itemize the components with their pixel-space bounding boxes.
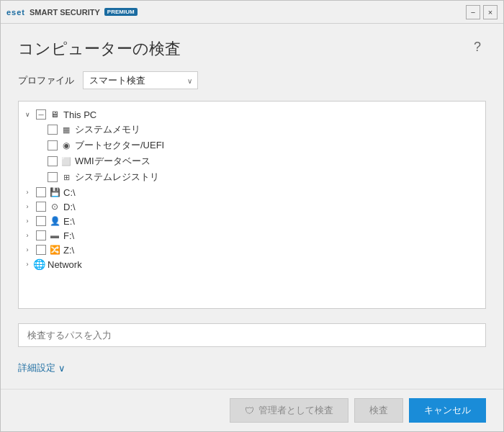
checkbox-drive-f[interactable] — [36, 230, 46, 240]
icon-drive-c: 💾 — [49, 186, 60, 198]
checkbox-system-registry[interactable] — [48, 172, 58, 182]
advanced-settings-label: 詳細設定 — [18, 361, 55, 374]
tree-item-system-registry[interactable]: ⊞ システムレジストリ — [22, 169, 482, 185]
path-input-row — [18, 323, 486, 347]
tree-item-drive-f[interactable]: › ▬ F:\ — [22, 228, 482, 243]
icon-drive-d: ⊙ — [49, 201, 60, 212]
label-drive-e: E:\ — [63, 216, 75, 227]
eset-logo: eset — [6, 8, 25, 17]
page-title: コンピューターの検査 — [18, 38, 181, 60]
scan-label: 検査 — [369, 404, 388, 417]
checkbox-drive-e[interactable] — [36, 216, 46, 226]
profile-row: プロファイル スマート検査 — [18, 71, 486, 89]
label-drive-d: D:\ — [63, 202, 76, 212]
icon-system-memory: ▦ — [60, 124, 72, 135]
admin-scan-label: 管理者として検査 — [258, 404, 333, 417]
label-wmi-db: WMIデータベース — [75, 155, 150, 168]
path-input[interactable] — [18, 323, 486, 347]
tree-item-drive-d[interactable]: › ⊙ D:\ — [22, 199, 482, 214]
cancel-label: キャンセル — [424, 404, 471, 417]
profile-select[interactable]: スマート検査 — [83, 71, 198, 89]
checkbox-drive-d[interactable] — [36, 202, 46, 212]
label-system-registry: システムレジストリ — [75, 171, 159, 184]
tree-item-boot-sector[interactable]: ◉ ブートセクター/UEFI — [22, 138, 482, 153]
expander-drive-c[interactable]: › — [22, 186, 33, 198]
content-area: コンピューターの検査 ? プロファイル スマート検査 ∨ 🖥 This PC — [1, 24, 503, 389]
label-system-memory: システムメモリ — [75, 123, 140, 136]
expander-drive-d[interactable]: › — [22, 201, 33, 212]
icon-this-pc: 🖥 — [49, 109, 60, 120]
label-this-pc: This PC — [63, 109, 96, 120]
label-boot-sector: ブートセクター/UEFI — [75, 139, 164, 152]
shield-icon: 🛡 — [245, 405, 254, 416]
expander-drive-e[interactable]: › — [22, 215, 33, 227]
icon-drive-e: 👤 — [49, 215, 60, 227]
cancel-button[interactable]: キャンセル — [409, 398, 486, 423]
tree-item-drive-z[interactable]: › 🔀 Z:\ — [22, 243, 482, 257]
tree-item-wmi-db[interactable]: ⬜ WMIデータベース — [22, 153, 482, 169]
edition-badge: PREMIUM — [104, 8, 138, 16]
tree-item-drive-e[interactable]: › 👤 E:\ — [22, 214, 482, 228]
footer-buttons: 🛡 管理者として検査 検査 キャンセル — [1, 389, 503, 431]
icon-network: 🌐 — [33, 258, 45, 270]
tree-item-drive-c[interactable]: › 💾 C:\ — [22, 185, 482, 199]
expander-this-pc[interactable]: ∨ — [22, 109, 33, 120]
label-drive-f: F:\ — [63, 230, 74, 241]
tree-item-this-pc[interactable]: ∨ 🖥 This PC — [22, 107, 482, 122]
icon-wmi-db: ⬜ — [60, 156, 72, 167]
eset-brand: eset — [6, 8, 25, 17]
checkbox-drive-z[interactable] — [36, 245, 46, 255]
profile-select-wrapper[interactable]: スマート検査 — [83, 71, 198, 89]
advanced-chevron-icon: ∨ — [58, 363, 66, 374]
product-name: SMART SECURITY — [30, 8, 100, 17]
title-bar: eset SMART SECURITY PREMIUM − × — [1, 1, 503, 24]
icon-boot-sector: ◉ — [60, 140, 72, 151]
checkbox-drive-c[interactable] — [36, 187, 46, 197]
page-header: コンピューターの検査 ? — [18, 38, 486, 60]
help-button[interactable]: ? — [469, 38, 486, 55]
icon-system-registry: ⊞ — [60, 171, 72, 183]
advanced-settings-link[interactable]: 詳細設定 ∨ — [18, 361, 486, 374]
label-network: Network — [48, 259, 82, 270]
file-tree[interactable]: ∨ 🖥 This PC ▦ システムメモリ ◉ ブートセクター/UEFI — [18, 101, 486, 309]
minimize-button[interactable]: − — [466, 5, 480, 19]
checkbox-boot-sector[interactable] — [48, 140, 58, 150]
icon-drive-z: 🔀 — [49, 244, 60, 256]
title-logo: eset SMART SECURITY PREMIUM — [6, 8, 466, 17]
checkbox-system-memory[interactable] — [48, 125, 58, 135]
close-button[interactable]: × — [483, 5, 498, 19]
checkbox-wmi-db[interactable] — [48, 156, 58, 166]
label-drive-c: C:\ — [63, 187, 76, 198]
expander-drive-z[interactable]: › — [22, 244, 33, 256]
tree-item-network[interactable]: › 🌐 Network — [22, 257, 482, 271]
expander-drive-f[interactable]: › — [22, 230, 33, 241]
admin-scan-button[interactable]: 🛡 管理者として検査 — [230, 398, 348, 423]
scan-button[interactable]: 検査 — [354, 398, 403, 423]
tree-item-system-memory[interactable]: ▦ システムメモリ — [22, 122, 482, 138]
checkbox-this-pc[interactable] — [36, 109, 46, 120]
window-controls: − × — [466, 5, 498, 19]
profile-label: プロファイル — [18, 74, 74, 87]
icon-drive-f: ▬ — [49, 230, 60, 241]
app-window: eset SMART SECURITY PREMIUM − × コンピューターの… — [0, 0, 504, 432]
label-drive-z: Z:\ — [63, 245, 74, 256]
expander-network[interactable]: › — [22, 258, 33, 270]
